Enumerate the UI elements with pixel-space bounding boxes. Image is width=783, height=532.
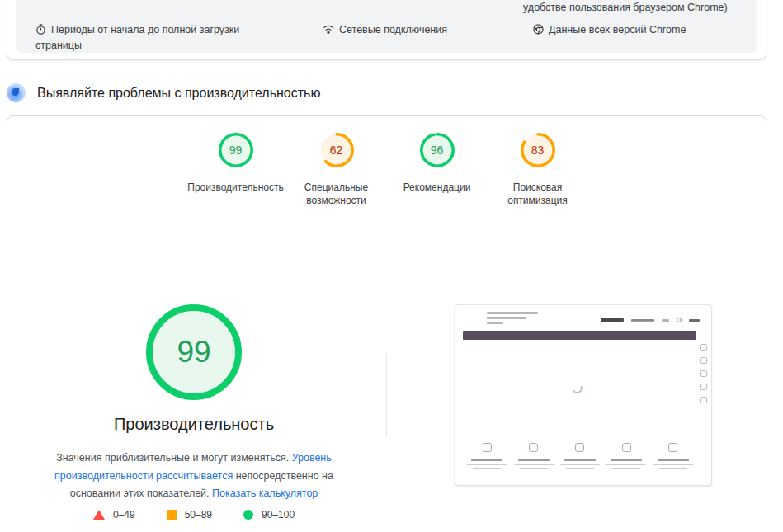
legend-item-fail: 0–49 — [93, 509, 135, 520]
fail-triangle-icon — [93, 510, 105, 520]
lighthouse-report-card: 99 Производительность 62 Специальные воз… — [7, 115, 766, 532]
gauge-ring: 96 — [420, 133, 455, 167]
legend-item-average: 50–89 — [167, 509, 212, 520]
gauge-ring: 62 — [319, 133, 354, 167]
legend-range: 50–89 — [185, 509, 212, 520]
performance-description: Значения приблизительные и могут изменят… — [45, 450, 342, 503]
thumb-loading-spinner — [570, 381, 584, 395]
pagespeed-insights-icon — [7, 83, 26, 102]
gauge-label: Поисковая оптимизация — [490, 181, 586, 207]
info-item-label: Периоды от начала до полной загрузки стр… — [35, 24, 239, 51]
thumb-site-text-placeholder — [487, 312, 538, 324]
page-screenshot-thumbnail[interactable] — [455, 304, 712, 486]
metrics-info-card: удобстве пользования браузером Chrome) П… — [7, 0, 766, 60]
category-gauge-best-practices[interactable]: 96 Рекомендации — [389, 133, 485, 207]
gauge-ring: 83 — [521, 133, 555, 167]
gauge-score: 99 — [146, 304, 242, 400]
category-gauges-row: 99 Производительность 62 Специальные воз… — [7, 133, 766, 207]
thumb-side-icons — [700, 344, 707, 403]
gauge-label: Рекомендации — [403, 181, 471, 194]
section-title: Выявляйте проблемы с производительностью — [37, 86, 320, 101]
description-text: Значения приблизительные и могут изменят… — [56, 452, 291, 464]
info-item-load-periods: Периоды от начала до полной загрузки стр… — [35, 22, 276, 54]
stopwatch-icon — [35, 24, 46, 35]
score-legend: 0–49 50–89 90–100 — [7, 509, 380, 520]
inline-link[interactable]: Показать калькулятор — [212, 487, 318, 499]
info-item-network: Сетевые подключения — [323, 22, 537, 38]
performance-score-gauge: 99 — [146, 304, 242, 400]
legend-range: 90–100 — [262, 509, 295, 520]
wifi-icon — [323, 24, 334, 35]
category-gauge-performance[interactable]: 99 Производительность — [188, 133, 284, 207]
thumb-nav-bar — [463, 331, 696, 340]
gauge-ring: 99 — [219, 133, 253, 167]
thumb-feature-row — [464, 443, 696, 469]
gauge-score: 83 — [521, 133, 555, 167]
legend-item-good: 90–100 — [243, 509, 295, 520]
category-gauge-accessibility[interactable]: 62 Специальные возможности — [289, 133, 384, 207]
thumb-header-menu-placeholder — [601, 318, 700, 322]
chrome-experience-link[interactable]: удобстве пользования браузером Chrome) — [523, 2, 728, 13]
legend-range: 0–49 — [113, 509, 135, 520]
good-circle-icon — [243, 510, 253, 520]
section-header: Выявляйте проблемы с производительностью — [7, 83, 320, 102]
chrome-icon — [533, 24, 544, 35]
average-square-icon — [167, 510, 177, 520]
info-item-label: Данные всех версий Chrome — [549, 24, 686, 35]
gauge-score: 62 — [319, 133, 354, 167]
info-item-label: Сетевые подключения — [339, 24, 447, 35]
category-gauge-seo[interactable]: 83 Поисковая оптимизация — [490, 133, 586, 207]
gauge-score: 96 — [420, 133, 455, 167]
gauge-label: Производительность — [187, 181, 283, 194]
metrics-info-panel: удобстве пользования браузером Chrome) П… — [16, 0, 757, 53]
performance-title: Производительность — [7, 415, 380, 434]
vertical-divider — [386, 354, 387, 435]
divider — [7, 224, 766, 224]
gauge-label: Специальные возможности — [289, 181, 384, 207]
info-item-chrome-data: Данные всех версий Chrome — [533, 22, 748, 38]
gauge-score: 99 — [219, 133, 253, 167]
